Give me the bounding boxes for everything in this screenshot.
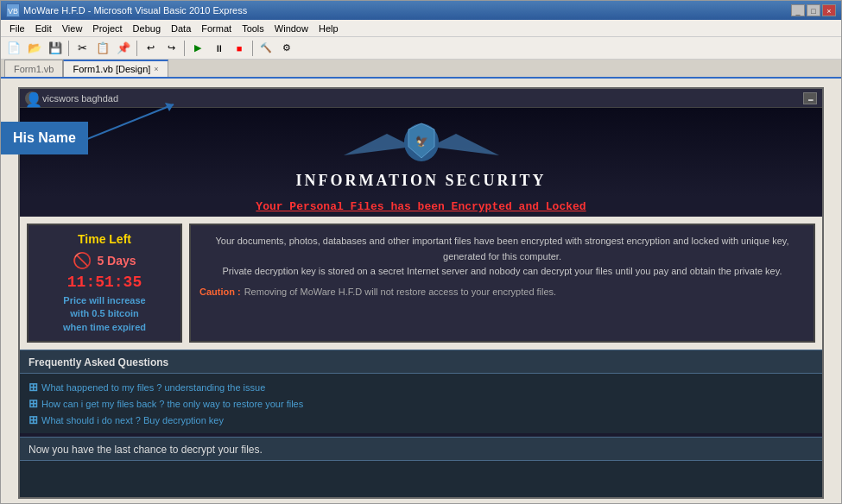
decrypt-input-area <box>20 461 822 499</box>
desc-main-text: Your documents, photos, databases and ot… <box>199 234 805 280</box>
menu-bar: File Edit View Project Debug Data Format… <box>1 20 841 37</box>
toolbar-stop[interactable]: ■ <box>230 39 249 58</box>
tab-form1-vb-label: Form1.vb <box>14 60 54 78</box>
caution-label: Caution : <box>199 287 241 297</box>
menu-data[interactable]: Data <box>166 20 196 37</box>
faq-items: ⊞ What happened to my files ? understand… <box>20 374 822 433</box>
tab-form1-vb[interactable]: Form1.vb <box>4 60 63 77</box>
toolbar-cut[interactable]: ✂ <box>73 39 92 58</box>
ide-window: VB MoWare H.F.D - Microsoft Visual Basic… <box>0 0 842 504</box>
faq-plus-icon-2: ⊞ <box>28 397 38 410</box>
timer-days: 5 Days <box>97 254 136 268</box>
user-icon: 👤 <box>25 91 39 105</box>
menu-format[interactable]: Format <box>196 20 237 37</box>
toolbar-separator-4 <box>252 41 253 56</box>
annotation-arrow <box>87 96 191 148</box>
svg-text:🦅: 🦅 <box>415 135 427 148</box>
rw-main-title: INFORMATION SECURITY <box>20 172 822 190</box>
annotation-overlay: His Name <box>1 122 88 154</box>
toolbar-settings[interactable]: ⚙ <box>277 39 296 58</box>
toolbar: 📄 📂 💾 ✂ 📋 📌 ↩ ↪ ▶ ⏸ ■ 🔨 ⚙ <box>1 37 841 60</box>
menu-edit[interactable]: Edit <box>30 20 57 37</box>
faq-item-2[interactable]: ⊞ How can i get my files back ? the only… <box>28 395 814 412</box>
title-bar: VB MoWare H.F.D - Microsoft Visual Basic… <box>1 1 841 20</box>
faq-item-1-text: What happened to my files ? understandin… <box>41 382 265 393</box>
menu-window[interactable]: Window <box>269 20 313 37</box>
faq-item-3-text: What should i do next ? Buy decryption k… <box>41 415 224 425</box>
toolbar-pause[interactable]: ⏸ <box>209 39 228 58</box>
faq-plus-icon-1: ⊞ <box>28 381 38 394</box>
timer-clock: 11:51:35 <box>35 274 174 291</box>
menu-debug[interactable]: Debug <box>128 20 166 37</box>
menu-view[interactable]: View <box>57 20 88 37</box>
timer-title: Time Left <box>35 232 174 246</box>
faq-item-3[interactable]: ⊞ What should i do next ? Buy decryption… <box>28 412 814 428</box>
timer-panel: Time Left 🚫 5 Days 11:51:35 Price will i… <box>27 224 182 343</box>
svg-marker-2 <box>344 134 413 155</box>
toolbar-copy[interactable]: 📋 <box>93 39 112 58</box>
menu-project[interactable]: Project <box>87 20 127 37</box>
decrypt-title: Now you have the last chance to decrypt … <box>28 444 263 456</box>
toolbar-run[interactable]: ▶ <box>188 39 207 58</box>
toolbar-undo[interactable]: ↩ <box>141 39 160 58</box>
toolbar-new[interactable]: 📄 <box>4 39 23 58</box>
tab-form1-design[interactable]: Form1.vb [Design] × <box>63 60 168 77</box>
rw-content: Time Left 🚫 5 Days 11:51:35 Price will i… <box>20 217 822 350</box>
faq-header: Frequently Asked Questions <box>20 350 822 374</box>
toolbar-open[interactable]: 📂 <box>25 39 44 58</box>
menu-tools[interactable]: Tools <box>237 20 269 37</box>
minimize-button[interactable]: _ <box>791 4 805 16</box>
svg-marker-3 <box>430 134 499 155</box>
caution-row: Caution : Removing of MoWare H.F.D will … <box>199 287 805 297</box>
caution-text: Removing of MoWare H.F.D will not restor… <box>244 287 557 297</box>
toolbar-redo[interactable]: ↪ <box>161 39 180 58</box>
maximize-button[interactable]: □ <box>807 4 820 16</box>
main-area: His Name 👤 vicswors baghdad 🗕 <box>1 79 841 503</box>
close-button[interactable]: × <box>822 4 836 16</box>
decrypt-header: Now you have the last chance to decrypt … <box>20 437 822 461</box>
tab-bar: Form1.vb Form1.vb [Design] × <box>1 60 841 79</box>
svg-line-0 <box>87 104 174 139</box>
faq-item-2-text: How can i get my files back ? the only w… <box>41 399 303 409</box>
faq-item-1[interactable]: ⊞ What happened to my files ? understand… <box>28 379 814 395</box>
app-icon: VB <box>6 3 20 17</box>
menu-help[interactable]: Help <box>313 20 344 37</box>
desc-panel: Your documents, photos, databases and ot… <box>189 224 815 343</box>
tab-close-icon[interactable]: × <box>154 60 158 78</box>
menu-file[interactable]: File <box>4 20 30 37</box>
warning-text: Your Personal Files has been Encrypted a… <box>20 197 822 217</box>
window-controls: _ □ × <box>791 4 836 16</box>
toolbar-paste[interactable]: 📌 <box>114 39 133 58</box>
title-bar-text: MoWare H.F.D - Microsoft Visual Basic 20… <box>23 5 791 16</box>
annotation-label: His Name <box>1 122 88 154</box>
toolbar-separator-2 <box>136 41 137 56</box>
ransomware-window: 👤 vicswors baghdad 🗕 <box>18 87 824 499</box>
timer-icon: 🚫 <box>73 251 92 270</box>
toolbar-separator-3 <box>184 41 185 56</box>
toolbar-build[interactable]: 🔨 <box>256 39 275 58</box>
timer-days-row: 🚫 5 Days <box>35 251 174 270</box>
toolbar-separator-1 <box>68 41 69 56</box>
rw-minimize-btn[interactable]: 🗕 <box>803 92 817 104</box>
faq-plus-icon-3: ⊞ <box>28 413 38 426</box>
toolbar-save[interactable]: 💾 <box>46 39 65 58</box>
eagle-svg: 🦅 <box>335 117 508 168</box>
tab-form1-design-label: Form1.vb [Design] <box>73 60 150 78</box>
faq-title: Frequently Asked Questions <box>28 356 168 369</box>
timer-note: Price will increasewith 0.5 bitcoinwhen … <box>35 294 174 334</box>
